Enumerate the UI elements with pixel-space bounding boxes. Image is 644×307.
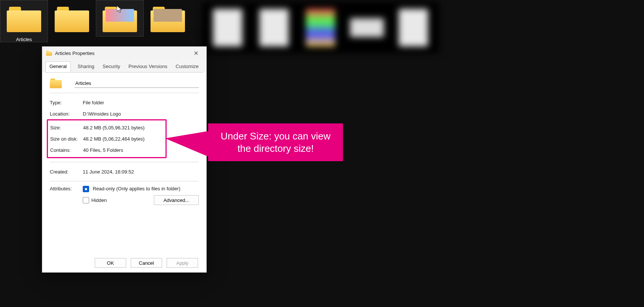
type-row: Type: File folder (50, 97, 199, 108)
callout-arrow-icon (165, 131, 213, 161)
type-value: File folder (83, 100, 199, 105)
desktop-folder[interactable] (48, 0, 96, 37)
size-label: Size: (50, 125, 83, 131)
desktop-folder-articles[interactable]: Articles (0, 0, 48, 42)
advanced-button[interactable]: Advanced... (154, 195, 199, 205)
ok-button[interactable]: OK (95, 258, 126, 268)
folder-icon (7, 7, 41, 32)
divider (50, 181, 199, 181)
close-icon: ✕ (194, 50, 198, 57)
location-row: Location: D:\Winsides Logo (50, 108, 199, 119)
folder-icon (55, 7, 89, 32)
callout-text: Under Size: you can view the directory s… (221, 131, 330, 154)
folder-icon (151, 7, 185, 32)
hidden-label: Hidden (91, 197, 107, 203)
location-label: Location: (50, 111, 83, 117)
size-row: Size: 48.2 MB (5,05,96,321 bytes) (50, 122, 163, 133)
folder-name-input[interactable] (75, 79, 199, 88)
desktop-folder[interactable] (144, 0, 192, 37)
size-on-disk-label: Size on disk: (50, 136, 83, 142)
contains-value: 40 Files, 5 Folders (83, 147, 163, 153)
checkmark-icon: ■ (85, 187, 87, 191)
svg-marker-0 (165, 131, 209, 157)
readonly-label: Read-only (Only applies to files in fold… (93, 186, 180, 191)
annotation-callout: Under Size: you can view the directory s… (208, 123, 343, 161)
dialog-title: Articles Properties (55, 50, 188, 56)
created-value: 11 June 2024, 16:09:52 (83, 169, 199, 175)
cancel-button[interactable]: Cancel (131, 258, 162, 268)
created-label: Created: (50, 169, 83, 175)
tab-general[interactable]: General (45, 61, 71, 73)
readonly-checkbox[interactable]: ■ (83, 186, 89, 192)
contains-row: Contains: 40 Files, 5 Folders (50, 144, 163, 156)
dialog-tabs: General Sharing Security Previous Versio… (42, 59, 206, 72)
created-row: Created: 11 June 2024, 16:09:52 (50, 166, 199, 177)
folder-icon (50, 79, 62, 88)
attributes-row: Attributes: ■ Read-only (Only applies to… (50, 185, 199, 206)
close-button[interactable]: ✕ (188, 48, 203, 58)
apply-button[interactable]: Apply (167, 258, 198, 268)
dialog-titlebar[interactable]: Articles Properties ✕ (42, 47, 206, 59)
location-value: D:\Winsides Logo (83, 111, 199, 117)
contains-label: Contains: (50, 147, 83, 153)
divider (50, 93, 199, 93)
size-on-disk-value: 48.2 MB (5,06,22,464 bytes) (83, 136, 163, 142)
folder-icon (46, 51, 52, 56)
dialog-button-row: OK Cancel Apply (95, 258, 198, 268)
tab-security[interactable]: Security (101, 61, 122, 73)
folder-icon (103, 7, 137, 32)
type-label: Type: (50, 100, 83, 105)
tab-previous-versions[interactable]: Previous Versions (127, 61, 169, 73)
tab-sharing[interactable]: Sharing (76, 61, 96, 73)
desktop-folder[interactable] (96, 0, 144, 37)
size-on-disk-row: Size on disk: 48.2 MB (5,06,22,464 bytes… (50, 133, 163, 144)
attributes-label: Attributes: (50, 186, 83, 191)
blurred-thumbnails (202, 2, 439, 53)
tab-customize[interactable]: Customize (174, 61, 200, 73)
desktop-item-label: Articles (0, 37, 48, 42)
tab-general-pane: Type: File folder Location: D:\Winsides … (45, 72, 203, 272)
hidden-checkbox[interactable] (83, 197, 89, 203)
divider (50, 162, 199, 162)
size-value: 48.2 MB (5,05,96,321 bytes) (83, 125, 163, 131)
size-highlight-box: Size: 48.2 MB (5,05,96,321 bytes) Size o… (47, 119, 167, 158)
